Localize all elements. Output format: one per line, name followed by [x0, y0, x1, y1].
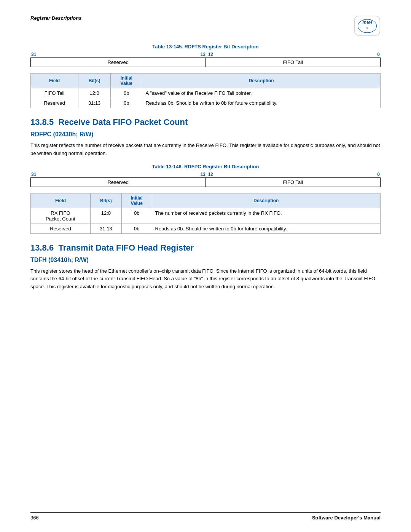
footer: 366 Software Developer's Manual	[30, 512, 381, 521]
field-table-146: Field Bit(s) InitialValue Description RX…	[30, 193, 381, 234]
bit-num-0-145: 0	[377, 52, 380, 57]
bit-reserved-146: Reserved	[31, 177, 206, 187]
bit-num-0-146: 0	[377, 172, 380, 177]
svg-text:intel: intel	[362, 20, 372, 25]
field-name: Reserved	[31, 98, 78, 108]
bit-layout-146: 31 13 12 0 Reserved FIFO Tail	[30, 172, 381, 187]
footer-page: 366	[30, 515, 39, 521]
section-885-register: RDFPC (02430h; R/W)	[30, 131, 381, 138]
table-row: Reserved 31:13 0b Reads as 0b. Should be…	[31, 224, 381, 233]
bit-num-31-146: 31	[31, 172, 36, 177]
header-title: Register Descriptions	[30, 15, 81, 21]
field-name: RX FIFOPacket Count	[31, 208, 91, 224]
section-885-heading: 13.8.5 Receive Data FIFO Packet Count	[30, 117, 381, 127]
col-desc-145: Description	[142, 73, 381, 88]
bit-num-1312-145: 13 12	[201, 52, 213, 57]
field-bits: 12:0	[78, 88, 110, 98]
field-initial: 0b	[111, 98, 142, 108]
intel-logo: intel ®	[354, 15, 381, 36]
table146-title: Table 13-146. RDFPC Register Bit Descrip…	[30, 164, 381, 169]
col-field-145: Field	[31, 73, 78, 88]
field-initial: 0b	[121, 208, 152, 224]
field-initial: 0b	[121, 224, 152, 233]
bit-reserved-145: Reserved	[31, 58, 206, 67]
field-desc: Reads as 0b. Should be written to 0b for…	[152, 224, 380, 233]
field-desc: Reads as 0b. Should be written to 0b for…	[142, 98, 381, 108]
bit-fifotail-146: FIFO Tail	[206, 177, 381, 187]
footer-doc: Software Developer's Manual	[312, 515, 381, 521]
svg-rect-0	[355, 16, 380, 35]
section-886-register: TDFH (03410h; R/W)	[30, 257, 381, 264]
bit-layout-145: 31 13 12 0 Reserved FIFO Tail	[30, 52, 381, 67]
col-desc-146: Description	[152, 193, 380, 208]
col-field-146: Field	[31, 193, 91, 208]
field-desc: A "saved" value of the Receive FIFO Tail…	[142, 88, 381, 98]
field-bits: 31:13	[78, 98, 110, 108]
svg-text:®: ®	[366, 27, 368, 30]
table-row: RX FIFOPacket Count 12:0 0b The number o…	[31, 208, 381, 224]
col-initial-146: InitialValue	[121, 193, 152, 208]
bit-num-31-145: 31	[31, 52, 36, 57]
table-row: FIFO Tail 12:0 0b A "saved" value of the…	[31, 88, 381, 98]
bit-fifotail-145: FIFO Tail	[206, 58, 381, 67]
bit-num-1312-146: 13 12	[201, 172, 213, 177]
field-name: Reserved	[31, 224, 91, 233]
section-885-description: This register reflects the number of rec…	[30, 142, 381, 158]
table145-title: Table 13-145. RDFTS Register Bit Descrip…	[30, 44, 381, 50]
field-table-145: Field Bit(s) InitialValue Description FI…	[30, 73, 381, 108]
section-886-description: This register stores the head of the Eth…	[30, 267, 381, 291]
field-bits: 12:0	[90, 208, 121, 224]
table-row: Reserved 31:13 0b Reads as 0b. Should be…	[31, 98, 381, 108]
section-886-heading: 13.8.6 Transmit Data FIFO Head Register	[30, 243, 381, 253]
field-initial: 0b	[111, 88, 142, 98]
field-bits: 31:13	[90, 224, 121, 233]
col-bits-146: Bit(s)	[90, 193, 121, 208]
field-name: FIFO Tail	[31, 88, 78, 98]
col-bits-145: Bit(s)	[78, 73, 110, 88]
field-desc: The number of received packets currently…	[152, 208, 380, 224]
col-initial-145: InitialValue	[111, 73, 142, 88]
